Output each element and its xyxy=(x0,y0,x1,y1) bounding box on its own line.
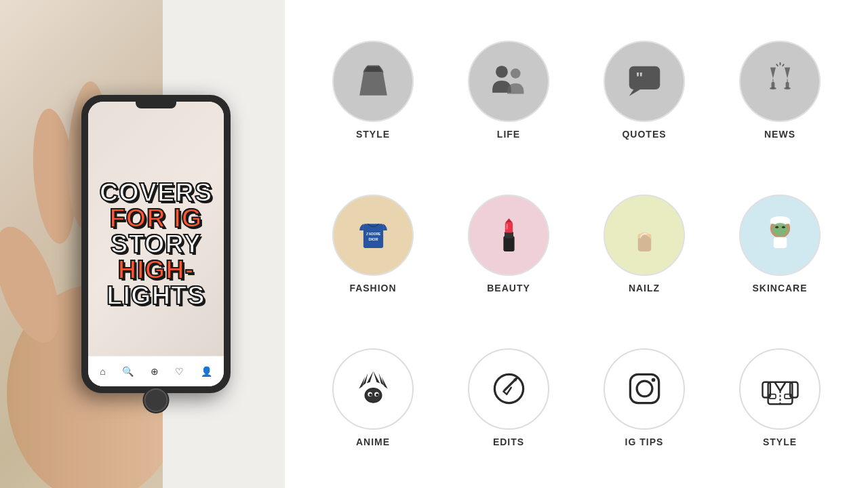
icon-circle-news xyxy=(739,41,821,122)
svg-point-54 xyxy=(651,378,655,382)
icon-circle-skincare xyxy=(739,195,821,276)
icon-item-nailz: NAILZ xyxy=(583,195,705,293)
svg-point-9 xyxy=(496,66,508,78)
label-beauty: BEAUTY xyxy=(487,283,530,293)
title-line3: STORY xyxy=(95,231,217,257)
title-line5: LIGHTS xyxy=(95,283,217,308)
title-line2: FOR IG xyxy=(95,205,217,231)
label-style: STYLE xyxy=(356,129,390,140)
title-line1: COVERS xyxy=(95,180,217,205)
svg-rect-11 xyxy=(629,66,660,89)
svg-point-15 xyxy=(784,87,791,89)
nail-icon xyxy=(623,213,667,257)
phone-title: COVERS FOR IG STORY HIGH- LIGHTS xyxy=(95,180,217,308)
svg-marker-39 xyxy=(378,373,384,386)
label-anime: ANIME xyxy=(356,436,390,447)
left-section: COVERS FOR IG STORY HIGH- LIGHTS ⌂ 🔍 ⊕ ♡… xyxy=(0,0,285,488)
heart-icon: ♡ xyxy=(175,366,184,377)
icon-circle-style2 xyxy=(739,348,821,430)
svg-point-10 xyxy=(510,68,520,79)
phone-container: COVERS FOR IG STORY HIGH- LIGHTS ⌂ 🔍 ⊕ ♡… xyxy=(81,95,231,393)
icon-item-igtips: IG TIPS xyxy=(583,348,705,447)
icon-circle-style xyxy=(332,41,414,122)
svg-marker-25 xyxy=(505,219,512,224)
icon-circle-igtips xyxy=(604,348,685,430)
svg-point-53 xyxy=(637,381,652,396)
svg-line-17 xyxy=(776,64,777,66)
label-skincare: SKINCARE xyxy=(752,283,807,293)
svg-rect-22 xyxy=(503,237,514,252)
icon-circle-fashion: J'ADORE DIOR xyxy=(332,195,414,276)
label-style2: STYLE xyxy=(763,436,797,447)
phone-home-button[interactable] xyxy=(144,388,168,412)
svg-point-45 xyxy=(369,394,372,396)
label-nailz: NAILZ xyxy=(629,283,660,293)
icon-circle-anime xyxy=(332,348,414,430)
label-edits: EDITS xyxy=(493,436,524,447)
svg-point-31 xyxy=(772,223,788,237)
jacket-icon xyxy=(758,367,802,411)
svg-rect-34 xyxy=(773,237,787,248)
icon-item-life: LIFE xyxy=(448,41,570,140)
label-igtips: IG TIPS xyxy=(625,436,664,447)
icon-circle-nailz xyxy=(604,195,685,276)
icon-item-style2: STYLE xyxy=(719,348,841,447)
svg-rect-19 xyxy=(363,224,382,249)
icon-item-quotes: " QUOTES xyxy=(583,41,705,140)
facemask-icon xyxy=(758,213,802,257)
icon-row-3: ANIME EDITS xyxy=(312,327,841,468)
svg-point-46 xyxy=(376,394,378,396)
instagram-icon xyxy=(623,367,667,411)
svg-point-14 xyxy=(770,87,776,89)
icon-item-anime: ANIME xyxy=(312,348,434,447)
icon-item-beauty: BEAUTY xyxy=(448,195,570,293)
svg-text:DIOR: DIOR xyxy=(368,237,378,241)
lipstick-icon xyxy=(487,213,531,257)
edit-icon xyxy=(487,367,531,411)
svg-text:J'ADORE: J'ADORE xyxy=(366,232,380,236)
champagne-icon xyxy=(758,60,802,104)
anime-icon xyxy=(351,367,395,411)
svg-marker-37 xyxy=(373,371,380,384)
title-line4: HIGH- xyxy=(95,257,217,283)
icon-item-skincare: SKINCARE xyxy=(719,195,841,293)
right-section: STYLE LIFE xyxy=(285,0,868,488)
phone-bottom-bar: ⌂ 🔍 ⊕ ♡ 👤 xyxy=(88,356,224,386)
svg-marker-36 xyxy=(366,371,373,384)
svg-point-47 xyxy=(494,375,523,403)
quote-icon: " xyxy=(623,60,667,104)
icon-circle-edits xyxy=(468,348,549,430)
phone-screen: COVERS FOR IG STORY HIGH- LIGHTS ⌂ 🔍 ⊕ ♡… xyxy=(88,102,224,386)
tshirt-icon: J'ADORE DIOR xyxy=(351,213,395,257)
icon-item-style: STYLE xyxy=(312,41,434,140)
svg-text:": " xyxy=(635,68,643,86)
dress-icon xyxy=(351,60,395,104)
label-quotes: QUOTES xyxy=(622,129,666,140)
profile-icon: 👤 xyxy=(201,366,212,377)
icon-item-news: NEWS xyxy=(719,41,841,140)
icon-circle-beauty xyxy=(468,195,549,276)
icon-row-2: J'ADORE DIOR FASHION xyxy=(312,174,841,314)
person-icon xyxy=(487,60,531,104)
label-fashion: FASHION xyxy=(349,283,396,293)
icon-item-fashion: J'ADORE DIOR FASHION xyxy=(312,195,434,293)
svg-rect-26 xyxy=(506,224,507,230)
phone-notch xyxy=(136,102,176,108)
svg-marker-12 xyxy=(629,89,639,96)
icon-circle-life xyxy=(468,41,549,122)
svg-point-33 xyxy=(781,226,785,228)
svg-point-42 xyxy=(366,389,381,403)
add-icon: ⊕ xyxy=(151,366,159,377)
phone-body: COVERS FOR IG STORY HIGH- LIGHTS ⌂ 🔍 ⊕ ♡… xyxy=(81,95,231,393)
home-icon: ⌂ xyxy=(100,366,105,377)
label-life: LIFE xyxy=(497,129,520,140)
svg-line-18 xyxy=(782,64,783,66)
label-news: NEWS xyxy=(764,129,795,140)
svg-marker-38 xyxy=(362,373,368,386)
icon-row-1: STYLE LIFE xyxy=(312,20,841,161)
svg-point-32 xyxy=(775,226,778,228)
icon-circle-quotes: " xyxy=(604,41,685,122)
search-icon: 🔍 xyxy=(122,366,134,377)
icon-item-edits: EDITS xyxy=(448,348,570,447)
